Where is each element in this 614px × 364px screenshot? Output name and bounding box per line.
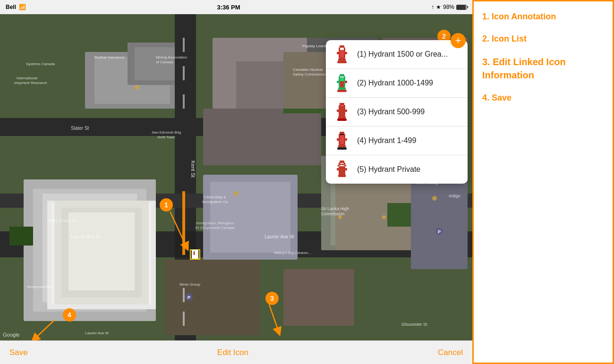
svg-rect-122 — [345, 138, 347, 141]
svg-text:Sri Lanka High: Sri Lanka High — [321, 206, 349, 211]
svg-rect-104 — [340, 76, 344, 77]
panel-step-2: 2. Icon List — [482, 33, 604, 45]
list-item[interactable]: (5) Hydrant Private — [326, 155, 468, 184]
battery-pct: 98% — [443, 4, 454, 10]
svg-rect-119 — [340, 134, 344, 144]
annotation-4: 4 — [63, 308, 76, 322]
edit-icon-button[interactable]: Edit Icon — [217, 348, 248, 357]
ipad-area: Bell 📶 3:36 PM ↑ ★ 98% — [0, 0, 472, 364]
svg-rect-40 — [183, 38, 185, 52]
svg-text:P: P — [188, 295, 190, 300]
svg-rect-121 — [337, 138, 339, 141]
list-item[interactable]: (1) Hydrant 1500 or Grea... — [326, 40, 468, 69]
svg-rect-105 — [337, 81, 339, 83]
svg-text:Canadian Nuclear: Canadian Nuclear — [293, 68, 323, 72]
hydrant-icon-2 — [333, 75, 350, 92]
svg-rect-32 — [165, 260, 260, 335]
bottom-toolbar: Save Edit Icon Cancel — [0, 340, 472, 364]
svg-rect-95 — [340, 48, 344, 49]
svg-rect-79 — [182, 191, 185, 255]
svg-point-36 — [234, 191, 239, 196]
location-icon: ↑ — [431, 4, 434, 10]
right-panel: 1. Icon Annotation 2. Icon List 3. Edit … — [472, 0, 614, 364]
svg-rect-103 — [340, 81, 344, 87]
svg-rect-44 — [183, 312, 185, 326]
svg-rect-117 — [340, 132, 344, 134]
svg-point-35 — [135, 85, 139, 90]
svg-rect-29 — [9, 227, 33, 245]
svg-text:Slater St: Slater St — [71, 126, 89, 131]
svg-text:Hillary's Dry Cleaner...: Hillary's Dry Cleaner... — [274, 251, 311, 255]
svg-rect-100 — [340, 74, 344, 76]
icon-list-popup: (1) Hydrant 1500 or Grea... — [326, 40, 468, 184]
svg-rect-107 — [338, 87, 346, 90]
svg-text:Laurier Ave W: Laurier Ave W — [264, 234, 294, 239]
svg-text:Mining Association: Mining Association — [156, 55, 187, 59]
status-right: ↑ ★ 98% — [431, 4, 467, 10]
svg-text:elopment Research: elopment Research — [14, 81, 47, 85]
svg-rect-20 — [203, 109, 321, 165]
annotation-3: 3 — [265, 292, 279, 305]
svg-rect-112 — [340, 105, 344, 106]
list-item[interactable]: (3) Hydrant 500-999 — [326, 98, 468, 127]
status-bar: Bell 📶 3:36 PM ↑ ★ 98% — [0, 0, 472, 14]
svg-text:Immigration, Refugees: Immigration, Refugees — [196, 221, 234, 225]
svg-rect-108 — [337, 90, 347, 92]
svg-rect-84 — [193, 251, 195, 252]
map-container[interactable]: Kent St Slater St Laurier Ave W Laurier … — [0, 14, 472, 340]
hydrant-icon-5 — [333, 161, 350, 178]
svg-rect-116 — [337, 119, 347, 121]
svg-rect-97 — [345, 52, 347, 54]
svg-text:Laurier Ave W: Laurier Ave W — [71, 234, 101, 239]
svg-text:Safety Commission: Safety Commission — [293, 72, 325, 76]
cancel-button[interactable]: Cancel — [438, 348, 463, 357]
svg-rect-127 — [339, 166, 345, 176]
svg-rect-22 — [210, 182, 290, 253]
svg-rect-123 — [338, 145, 346, 147]
save-button[interactable]: Save — [9, 348, 28, 357]
panel-step-3: 3. Edit Linked Icon Information — [482, 55, 604, 82]
svg-text:Kent St: Kent St — [190, 161, 196, 178]
hydrant-icon-1 — [333, 46, 350, 63]
list-item[interactable]: (2) Hydrant 1000-1499 — [326, 69, 468, 98]
svg-text:Systems Canada: Systems Canada — [26, 62, 55, 66]
map-pin[interactable] — [190, 249, 200, 260]
svg-rect-17 — [68, 212, 135, 290]
item-5-label: (5) Hydrant Private — [357, 165, 420, 174]
svg-rect-115 — [338, 116, 346, 119]
item-2-label: (2) Hydrant 1000-1499 — [357, 79, 433, 87]
svg-rect-43 — [183, 288, 185, 302]
svg-rect-99 — [337, 61, 347, 63]
svg-text:Minto Group Inc.: Minto Group Inc. — [47, 218, 79, 223]
svg-rect-96 — [337, 52, 339, 54]
svg-text:Rubbar Insurance: Rubbar Insurance — [94, 55, 125, 59]
svg-rect-113 — [337, 110, 339, 112]
battery-indicator — [456, 5, 467, 10]
annotation-1: 1 — [160, 198, 173, 212]
wifi-icon: 📶 — [19, 4, 26, 10]
svg-text:Indigo: Indigo — [449, 194, 460, 198]
svg-rect-33 — [283, 269, 354, 326]
svg-text:Citizenship &: Citizenship & — [204, 195, 226, 199]
svg-text:Jean Edmonds Bldg: Jean Edmonds Bldg — [152, 131, 181, 135]
svg-text:North Tower: North Tower — [157, 135, 175, 139]
item-4-label: (4) Hydrant 1-499 — [357, 136, 416, 145]
map-background: Kent St Slater St Laurier Ave W Laurier … — [0, 14, 472, 340]
svg-text:Immigration Ca: Immigration Ca — [202, 200, 228, 204]
svg-rect-114 — [345, 110, 347, 112]
svg-rect-124 — [337, 147, 347, 150]
svg-point-39 — [432, 196, 437, 201]
list-item[interactable]: (4) Hydrant 1-499 — [326, 127, 468, 155]
svg-rect-111 — [340, 105, 344, 115]
google-watermark: Google — [3, 332, 19, 338]
add-button[interactable]: + — [451, 33, 466, 48]
svg-rect-98 — [338, 59, 346, 61]
svg-rect-109 — [340, 103, 344, 105]
svg-text:of Canada: of Canada — [156, 60, 173, 64]
svg-text:Gloucester St: Gloucester St — [401, 322, 427, 327]
hydrant-icon-3 — [333, 103, 350, 120]
svg-rect-41 — [183, 66, 185, 80]
svg-rect-129 — [345, 168, 347, 170]
svg-rect-120 — [340, 134, 344, 135]
status-left: Bell 📶 — [6, 4, 26, 10]
